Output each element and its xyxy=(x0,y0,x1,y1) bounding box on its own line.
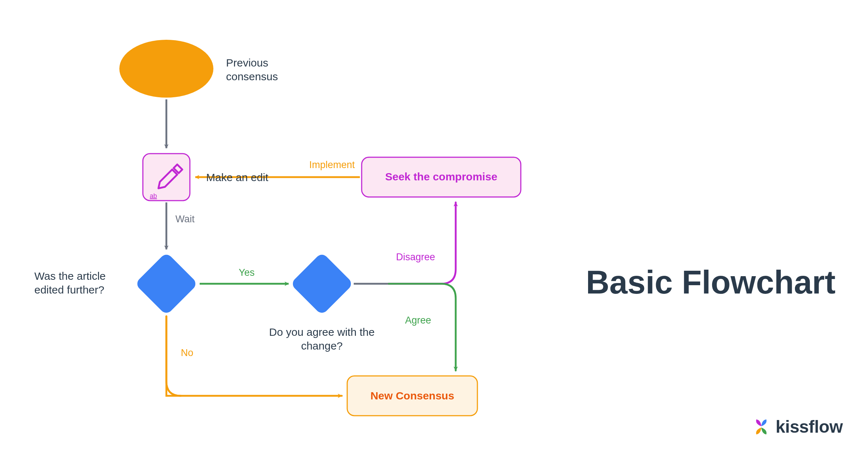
agree-label: Agree xyxy=(405,314,431,327)
decision1-node xyxy=(135,252,198,315)
consensus-label: New Consensus xyxy=(370,390,454,402)
edge-disagree xyxy=(389,202,456,284)
diagram-svg: ab xyxy=(0,0,868,454)
disagree-label: Disagree xyxy=(396,251,435,264)
implement-label: Implement xyxy=(309,159,355,171)
svg-rect-1 xyxy=(290,252,353,315)
start-label: Previous consensus xyxy=(226,56,313,83)
svg-rect-0 xyxy=(135,252,198,315)
decision2-node xyxy=(290,252,353,315)
edge-agree xyxy=(389,284,456,371)
kissflow-icon xyxy=(752,417,771,436)
no-label: No xyxy=(181,347,193,359)
decision2-label: Do you agree with the change? xyxy=(260,325,383,352)
page-title: Basic Flowchart xyxy=(586,264,835,301)
flowchart-canvas: ab Previous consensus Make an edit Wait … xyxy=(0,0,868,454)
brand-text: kissflow xyxy=(776,417,843,437)
start-node xyxy=(119,40,213,98)
decision1-label: Was the article edited further? xyxy=(34,269,132,296)
edit-label: Make an edit xyxy=(206,171,268,184)
compromise-label: Seek the compromise xyxy=(385,171,497,183)
brand-logo: kissflow xyxy=(752,417,843,437)
edit-icon-caption: ab xyxy=(150,192,157,200)
wait-label: Wait xyxy=(175,213,195,226)
yes-label: Yes xyxy=(239,267,255,279)
